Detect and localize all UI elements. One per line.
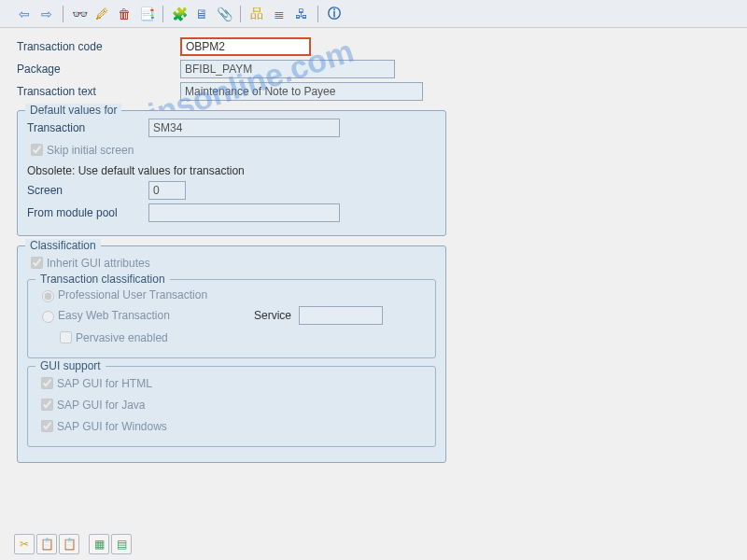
skip-checkbox bbox=[31, 144, 43, 156]
attach-icon[interactable]: 📎 bbox=[214, 4, 234, 24]
trans-class-title: Transaction classification bbox=[35, 273, 170, 286]
delete-icon[interactable]: 🗑 bbox=[114, 4, 134, 24]
transaction-input bbox=[148, 119, 340, 137]
gui-win-label: SAP GUI for Windows bbox=[57, 420, 167, 433]
prof-radio bbox=[42, 290, 54, 302]
pervasive-label: Pervasive enabled bbox=[76, 331, 168, 344]
forward-icon[interactable]: ⇨ bbox=[36, 4, 57, 24]
gui-html-checkbox bbox=[41, 377, 53, 389]
tcode-label: Transaction code bbox=[17, 40, 180, 53]
inherit-checkbox bbox=[31, 257, 43, 269]
trans-class-group: Transaction classification Professional … bbox=[27, 279, 436, 358]
package-input bbox=[180, 60, 395, 78]
content-area: Transaction code Package Transaction tex… bbox=[0, 28, 747, 480]
separator bbox=[317, 6, 318, 22]
prof-label: Professional User Transaction bbox=[58, 288, 207, 301]
transaction-label: Transaction bbox=[27, 121, 148, 134]
easy-radio bbox=[42, 311, 54, 323]
tcode-input[interactable] bbox=[180, 37, 311, 56]
service-label: Service bbox=[254, 309, 291, 322]
separator bbox=[240, 6, 241, 22]
module-input bbox=[148, 203, 340, 222]
separator bbox=[63, 6, 63, 22]
obsolete-text: Obsolete: Use default values for transac… bbox=[27, 164, 245, 177]
copy-icon[interactable]: 📑 bbox=[136, 4, 157, 24]
glasses-icon[interactable]: 👓 bbox=[69, 4, 90, 24]
spacer bbox=[81, 534, 87, 554]
network-icon[interactable]: 🖧 bbox=[291, 4, 312, 24]
cut-icon[interactable]: ✂ bbox=[14, 534, 35, 554]
ttext-input bbox=[180, 82, 423, 101]
gui-win-checkbox bbox=[41, 420, 53, 432]
module-label: From module pool bbox=[27, 206, 148, 219]
package-label: Package bbox=[17, 63, 180, 76]
defaults-group: Default values for Transaction Skip init… bbox=[17, 110, 446, 236]
paste-icon[interactable]: 📋 bbox=[59, 534, 79, 554]
separator bbox=[162, 6, 163, 22]
ttext-label: Transaction text bbox=[17, 85, 180, 98]
back-icon[interactable]: ⇦ bbox=[14, 4, 35, 24]
screen-input bbox=[148, 181, 186, 200]
easy-label: Easy Web Transaction bbox=[58, 309, 254, 322]
app-toolbar: ⇦ ⇨ 👓 🖉 🗑 📑 🧩 🖥 📎 品 ≣ 🖧 ⓘ bbox=[0, 0, 747, 28]
gui-title: GUI support bbox=[35, 359, 106, 372]
gui-java-checkbox bbox=[41, 399, 53, 411]
screen-label: Screen bbox=[27, 184, 148, 197]
copy2-icon[interactable]: 📋 bbox=[36, 534, 57, 554]
inherit-label: Inherit GUI attributes bbox=[47, 257, 150, 270]
defaults-title: Default values for bbox=[25, 104, 121, 117]
hierarchy-icon[interactable]: 品 bbox=[247, 4, 267, 24]
gui-java-label: SAP GUI for Java bbox=[57, 399, 145, 412]
pervasive-checkbox bbox=[60, 331, 72, 343]
test-icon[interactable]: 🧩 bbox=[169, 4, 190, 24]
gui-html-label: SAP GUI for HTML bbox=[57, 377, 152, 390]
classification-group: Classification Inherit GUI attributes Tr… bbox=[17, 245, 446, 463]
edit-icon[interactable]: 🖉 bbox=[92, 4, 112, 24]
where-used-icon[interactable]: 🖥 bbox=[191, 4, 212, 24]
bottom-toolbar: ✂ 📋 📋 ▦ ▤ bbox=[14, 534, 132, 554]
gui-support-group: GUI support SAP GUI for HTML SAP GUI for… bbox=[27, 366, 436, 447]
service-input bbox=[299, 306, 383, 325]
info-icon[interactable]: ⓘ bbox=[324, 4, 345, 24]
classification-title: Classification bbox=[25, 239, 101, 252]
layout1-icon[interactable]: ▦ bbox=[89, 534, 109, 554]
layout2-icon[interactable]: ▤ bbox=[111, 534, 132, 554]
list-icon[interactable]: ≣ bbox=[269, 4, 289, 24]
skip-label: Skip initial screen bbox=[47, 144, 134, 157]
